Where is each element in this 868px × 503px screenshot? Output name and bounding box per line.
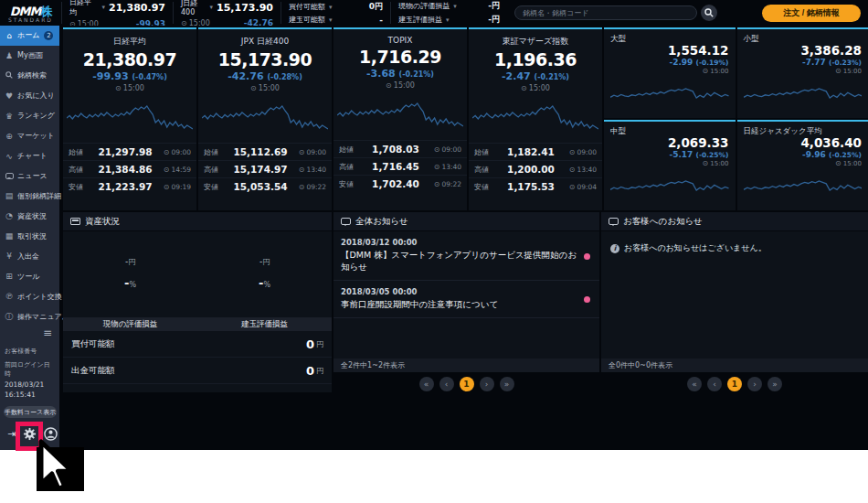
chevron-down-icon[interactable]: ▾ bbox=[102, 4, 106, 11]
pct-unit: % bbox=[129, 281, 136, 289]
index-panel-nikkei[interactable]: 日経平均 21,380.97 -99.93 (-0.47%) ⊙15:00 始値… bbox=[63, 27, 196, 210]
page-first-button[interactable]: « bbox=[687, 377, 702, 391]
mini-index-change-pct: (-0.25%) bbox=[829, 151, 862, 159]
page-first-button[interactable]: « bbox=[419, 377, 434, 391]
order-info-button[interactable]: 注文 / 銘柄情報 bbox=[762, 5, 861, 22]
sidebar-item-deposit-withdraw[interactable]: ¥入出金 bbox=[0, 246, 59, 266]
customer-news-title: お客様へのお知らせ bbox=[623, 216, 703, 228]
index-change: -42.76 bbox=[228, 70, 263, 82]
index-time: 15:00 bbox=[529, 84, 550, 92]
page-prev-button[interactable]: ‹ bbox=[707, 377, 722, 391]
stat-label: 高値 bbox=[474, 165, 496, 175]
index-panel-topix[interactable]: TOPIX 1,716.29 -3.68 (-0.21%) ⊙15:00 始値1… bbox=[333, 27, 467, 210]
grid-icon: ⊞ bbox=[5, 272, 14, 281]
clock-icon: ⊙ bbox=[164, 148, 170, 156]
spot-pl-label: 現物の評価損益 bbox=[398, 1, 450, 11]
page-last-button[interactable]: » bbox=[500, 377, 514, 391]
mini-panel-jasdaq[interactable]: 日経ジャスダック平均 4,036.40 -9.96 (-0.25%) ⊙15:0… bbox=[737, 120, 868, 210]
page-number-button[interactable]: 1 bbox=[727, 377, 742, 391]
page-number-button[interactable]: 1 bbox=[460, 377, 474, 391]
stat-value: 1,175.53 bbox=[496, 181, 566, 192]
stat-label: 高値 bbox=[69, 165, 90, 175]
row-label: 買付可能額 bbox=[71, 338, 115, 350]
index-panel-mothers[interactable]: 東証マザーズ指数 1,196.36 -2.47 (-0.21%) ⊙15:00 … bbox=[469, 27, 602, 210]
page-next-button[interactable]: › bbox=[747, 377, 762, 391]
index-change: -2.47 bbox=[502, 70, 531, 82]
sidebar-item-ranking[interactable]: ♛ランキング bbox=[0, 106, 59, 126]
mini-index-value: 3,386.28 bbox=[744, 43, 863, 58]
sidebar-item-label: マーケット bbox=[17, 131, 55, 141]
chevron-down-icon[interactable]: ▾ bbox=[453, 3, 457, 10]
index-name: JPX 日経400 bbox=[198, 36, 332, 48]
chevron-down-icon[interactable]: ▾ bbox=[210, 4, 214, 11]
sidebar-item-favorites[interactable]: ♥お気に入り bbox=[0, 86, 59, 106]
chevron-down-icon[interactable]: ▾ bbox=[329, 16, 333, 24]
news-item[interactable]: 2018/03/05 00:00 事前口座開設期間中の注意事項について bbox=[333, 281, 599, 318]
row-value: 0 bbox=[306, 364, 314, 378]
mini-panel-large-cap[interactable]: 大型 1,554.12 -2.99 (-0.19%) ⊙15:00 bbox=[604, 27, 736, 118]
mini-index-change-pct: (-0.25%) bbox=[696, 151, 729, 159]
chevron-down-icon[interactable]: ▾ bbox=[329, 4, 333, 11]
index-change-pct: (-0.21%) bbox=[399, 70, 434, 79]
sidebar-item-tools[interactable]: ⊞ツール bbox=[0, 266, 59, 286]
sparkline-chart bbox=[472, 95, 598, 141]
mini-index-change: -7.77 bbox=[802, 58, 826, 67]
search-input[interactable] bbox=[514, 5, 697, 20]
clock-icon: ⊙ bbox=[434, 145, 440, 154]
mini-index-change-pct: (-0.19%) bbox=[696, 59, 729, 67]
mini-index-change-pct: (-0.23%) bbox=[829, 59, 862, 67]
sidebar-item-market[interactable]: ⊕マーケット bbox=[0, 126, 59, 146]
sidebar-item-my-screen[interactable]: ♟My画面 bbox=[0, 46, 59, 66]
sidebar-item-stock-search[interactable]: 銘柄検索 bbox=[0, 66, 59, 86]
stat-value: 15,112.69 bbox=[226, 146, 295, 157]
sidebar-item-label: 取引状況 bbox=[17, 231, 47, 241]
stat-value: 1,702.40 bbox=[361, 178, 430, 189]
sidebar-item-manual[interactable]: ⓘ操作マニュアル bbox=[0, 306, 59, 326]
page-next-button[interactable]: › bbox=[480, 377, 494, 391]
clock-icon: ⊙ bbox=[703, 67, 709, 75]
index-panel-jpx400[interactable]: JPX 日経400 15,173.90 -42.76 (-0.28%) ⊙15:… bbox=[198, 27, 332, 210]
ticker-name: 日経平均 bbox=[69, 0, 99, 17]
stat-value: 21,223.97 bbox=[90, 181, 160, 192]
news-date: 2018/03/05 00:00 bbox=[341, 287, 577, 296]
sidebar-item-home[interactable]: ⌂ホーム2 bbox=[0, 26, 59, 46]
chevron-down-icon[interactable]: ▾ bbox=[446, 16, 450, 24]
sidebar-item-label: 個別銘柄詳細 bbox=[17, 191, 61, 201]
stat-time: 09:00 bbox=[171, 148, 191, 156]
stat-label: 安値 bbox=[69, 182, 90, 192]
sparkline-chart bbox=[744, 169, 863, 202]
sidebar-item-stock-detail[interactable]: ▤個別銘柄詳細 bbox=[0, 187, 59, 207]
news-item[interactable]: 2018/03/12 00:00 【DMM 株】スマートフォンアプリのサービス提… bbox=[333, 231, 599, 281]
index-value: 1,196.36 bbox=[469, 49, 602, 70]
fee-course-button[interactable]: 手数料コース表示 bbox=[4, 406, 57, 418]
sidebar-item-trade-status[interactable]: ▦取引状況 bbox=[0, 226, 59, 246]
main-content: 日経平均 21,380.97 -99.93 (-0.47%) ⊙15:00 始値… bbox=[63, 26, 868, 450]
news-date: 2018/03/12 00:00 bbox=[341, 238, 577, 247]
sidebar-item-assets[interactable]: ◔資産状況 bbox=[0, 206, 59, 226]
clock-icon: ⊙ bbox=[434, 180, 440, 188]
news-text: 【DMM 株】スマートフォンアプリのサービス提供開始のお知らせ bbox=[341, 250, 577, 273]
mini-panel-small-cap[interactable]: 小型 3,386.28 -7.77 (-0.23%) ⊙15:00 bbox=[737, 27, 868, 118]
sidebar-item-chart[interactable]: ∿チャート bbox=[0, 146, 59, 166]
mini-panel-mid-cap[interactable]: 中型 2,069.33 -5.17 (-0.25%) ⊙15:00 bbox=[604, 120, 736, 210]
page-last-button[interactable]: » bbox=[767, 377, 782, 391]
yen-icon: ¥ bbox=[5, 252, 14, 261]
logout-icon[interactable]: ⇥ bbox=[7, 426, 16, 441]
index-stats: 始値21,297.98⊙09:00 高値21,384.86⊙14:59 安値21… bbox=[63, 143, 196, 195]
clock-icon: ⊙ bbox=[299, 148, 305, 156]
mini-index-panels: 大型 1,554.12 -2.99 (-0.19%) ⊙15:00 小型 3,3… bbox=[604, 27, 868, 210]
collapse-sidebar-icon[interactable]: ≡ bbox=[0, 326, 59, 345]
search-icon bbox=[704, 8, 714, 17]
page-prev-button[interactable]: ‹ bbox=[439, 377, 454, 391]
sidebar-item-point-exchange[interactable]: ℗ポイント交換 bbox=[0, 286, 59, 306]
sidebar-item-news[interactable]: ニュース bbox=[0, 166, 59, 187]
sidebar-item-label: My画面 bbox=[17, 50, 43, 60]
stat-label: 高値 bbox=[204, 165, 226, 175]
clock-icon: ⊙ bbox=[835, 67, 842, 75]
search-button[interactable] bbox=[701, 5, 717, 21]
mini-index-value: 1,554.12 bbox=[610, 43, 729, 58]
last-login-label: 前回ログイン日時 bbox=[5, 360, 55, 380]
no-news-text: お客様へのお知らせはございません。 bbox=[624, 242, 767, 254]
heart-icon: ♥ bbox=[5, 91, 14, 101]
stat-time: 09:04 bbox=[577, 183, 597, 191]
